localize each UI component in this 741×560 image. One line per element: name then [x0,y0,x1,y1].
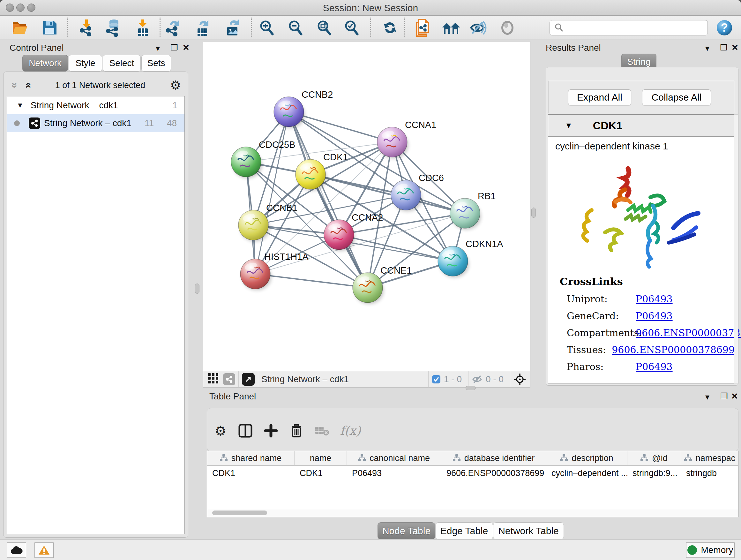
tab-network-table[interactable]: Network Table [493,522,564,540]
section-expander-icon[interactable]: ▼ [565,121,572,130]
collapse-all-networks-icon[interactable]: » [22,82,32,88]
edge-CCNA2-CDKN1A[interactable] [339,235,453,261]
node-HIST1H1A[interactable]: HIST1H1A [240,252,309,290]
tab-node-table[interactable]: Node Table [378,522,435,540]
table-cell[interactable]: stringdb [681,469,738,478]
column-header-database-identifier[interactable]: database identifier [441,451,546,465]
splitter-handle[interactable] [466,386,476,390]
splitter-handle[interactable] [531,207,536,218]
delete-table-icon-disabled[interactable] [313,422,331,439]
search-input[interactable] [567,23,708,33]
scrollbar-thumb[interactable] [212,510,267,515]
table-cell[interactable]: cyclin–dependent ... [546,469,627,478]
table-settings-gear-icon[interactable]: ⚙ [212,422,229,439]
node-CDKN1A[interactable]: CDKN1A [438,239,503,277]
close-panel-icon[interactable]: ✕ [731,44,738,52]
export-image-button[interactable] [223,18,243,37]
hidden-eye-icon[interactable] [472,374,482,384]
float-panel-icon[interactable]: ❐ [720,392,728,400]
network-options-gear-icon[interactable]: ⚙ [170,78,181,92]
zoom-in-icon[interactable] [257,18,276,37]
tab-select[interactable]: Select [103,55,141,71]
table-cell[interactable]: stringdb:9... [627,469,681,478]
tab-sets[interactable]: Sets [141,55,171,71]
tab-style[interactable]: Style [69,55,102,71]
fit-content-crosshair-icon[interactable] [514,373,526,386]
tree-expander-icon[interactable]: ▼ [17,101,23,110]
column-header-namespac[interactable]: namespac [681,451,738,465]
close-panel-icon[interactable]: ✕ [731,392,738,400]
zoom-selected-icon[interactable] [342,18,361,37]
network-canvas[interactable]: CCNB2CCNA1CDC25BCDK1CDC6RB1CCNB1CCNA2CDK… [203,41,530,371]
results-scrollbar[interactable] [734,114,738,383]
table-cell[interactable]: CDK1 [207,469,294,478]
collapse-panel-icon[interactable]: ▾ [705,44,710,52]
node-label-CDC25B: CDC25B [259,139,295,150]
node-RB1[interactable]: RB1 [450,191,495,230]
edge-CCNB2-HIST1H1A[interactable] [255,112,289,274]
help-icon[interactable]: ? [715,18,734,37]
show-columns-icon[interactable] [237,422,254,439]
float-panel-icon[interactable]: ❐ [171,44,178,52]
refresh-icon[interactable] [381,18,400,37]
network-collection-row[interactable]: ▼ String Network – cdk1 1 [7,97,185,114]
tab-network[interactable]: Network [22,55,68,71]
import-network-database-button[interactable] [104,18,123,37]
table-cell[interactable]: 9606.ENSP00000378699 [441,469,546,478]
export-table-button[interactable] [193,18,212,37]
string-view-icon[interactable] [223,373,235,385]
column-header-description[interactable]: description [546,451,627,465]
float-panel-icon[interactable]: ❐ [720,44,727,52]
protein-section-header[interactable]: ▼ CDK1 [548,115,735,137]
table-cell[interactable]: P06493 [347,469,441,478]
collapse-panel-icon[interactable]: ▾ [156,44,160,52]
crosslink-link[interactable]: P06493 [636,310,673,321]
save-session-button[interactable] [40,18,59,37]
zoom-fit-icon[interactable] [315,18,334,37]
table-row[interactable]: CDK1CDK1P064939606.ENSP00000378699cyclin… [207,465,738,481]
column-header--id[interactable]: @id [627,451,681,465]
cloud-status-button[interactable] [7,543,26,558]
add-column-icon[interactable] [262,422,280,439]
table-cell[interactable]: CDK1 [294,469,347,478]
splitter-handle[interactable] [195,284,199,294]
close-panel-icon[interactable]: ✕ [183,44,190,52]
node-CCNA1[interactable]: CCNA1 [377,120,436,159]
protein-structure-image[interactable] [548,156,735,273]
hide-panel-eye-icon[interactable] [468,18,488,37]
open-session-button[interactable] [11,18,30,37]
crosslink-link[interactable]: 9606.ENSP00000378699 [636,327,741,338]
node-CCNB1[interactable]: CCNB1 [239,203,297,241]
crosslink-link[interactable]: P06493 [636,361,673,372]
gray-eye-icon[interactable] [498,18,517,37]
column-header-canonical-name[interactable]: canonical name [347,451,441,465]
tab-edge-table[interactable]: Edge Table [435,522,493,540]
string-documents-icon[interactable] [414,18,433,37]
node-CCNE1[interactable]: CCNE1 [353,265,412,304]
export-network-button[interactable] [163,18,183,37]
import-network-file-button[interactable] [77,18,96,37]
zoom-out-icon[interactable] [286,18,305,37]
crosslink-link[interactable]: 9606.ENSP00000378699 [612,344,735,355]
table-horizontal-scrollbar[interactable] [207,509,738,517]
function-builder-icon[interactable]: f(x) [336,422,365,439]
delete-column-trash-icon[interactable] [287,422,306,439]
import-table-file-button[interactable] [133,18,152,37]
edge-HIST1H1A-CCNE1[interactable] [255,274,367,288]
expand-all-button[interactable]: Expand All [568,89,631,105]
memory-button[interactable]: Memory [686,543,735,558]
open-view-icon[interactable] [242,373,255,386]
home-icon[interactable] [442,18,461,37]
crosslink-link[interactable]: P06493 [636,294,673,305]
column-header-name[interactable]: name [294,451,347,465]
warning-status-button[interactable] [35,543,54,558]
node-CDC25B[interactable]: CDC25B [231,139,295,178]
node-CDK1[interactable]: CDK1 [295,152,348,191]
expand-all-networks-icon[interactable]: » [10,82,21,88]
column-header-shared-name[interactable]: shared name [207,451,294,465]
collapse-panel-icon[interactable]: ▾ [705,393,710,401]
collapse-all-button[interactable]: Collapse All [642,89,711,105]
network-row[interactable]: String Network – cdk1 11 48 [7,114,185,132]
birdseye-grid-icon[interactable] [208,373,219,386]
selected-checkbox-icon[interactable] [432,375,441,384]
